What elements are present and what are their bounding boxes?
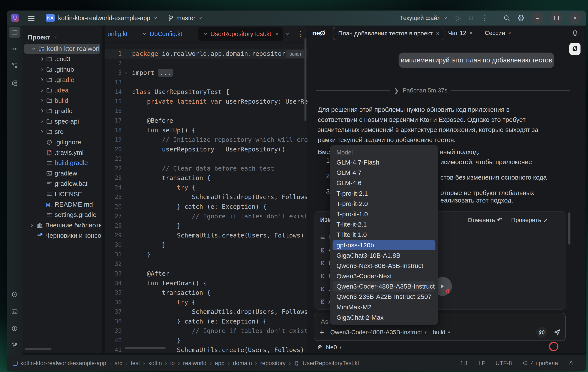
main-menu-button[interactable] <box>28 16 34 22</box>
code-line-31[interactable]: 31 } <box>105 250 307 259</box>
model-option-t-lite-it-2.1[interactable]: T-lite-it-2.1 <box>330 219 438 230</box>
close-tab-icon[interactable]: × <box>436 31 439 37</box>
tree-item-.gitignore[interactable]: .gitignore <box>22 137 101 147</box>
code-line-34[interactable]: 34 fun tearDown() { <box>105 278 307 288</box>
chevron-closed-icon[interactable] <box>40 67 45 72</box>
chat-tab-plan[interactable]: План добавления тестов в проект × <box>333 27 444 40</box>
chevron-closed-icon[interactable] <box>40 77 45 82</box>
model-option-glm-4.7-flash[interactable]: GLM-4.7-Flash <box>330 157 438 168</box>
code-line-33[interactable]: 33 @After <box>105 269 307 278</box>
code-line-22[interactable]: 22 // Clear data before each test <box>105 164 307 173</box>
tab-userrepositorytest-kt[interactable]: UserRepositoryTest.kt × <box>199 27 283 41</box>
run-button[interactable]: ▷ <box>455 13 461 22</box>
breadcrumb-item[interactable]: domain <box>233 360 252 367</box>
breadcrumb-item[interactable]: io <box>170 360 175 367</box>
model-option-t-pro-it-2.0[interactable]: T-pro-it-2.0 <box>330 199 438 209</box>
model-option-glm-4.7[interactable]: GLM-4.7 <box>330 168 438 178</box>
close-tab-icon[interactable]: × <box>275 31 278 37</box>
hint-chip[interactable]: выкл <box>286 50 304 58</box>
breadcrumb-item[interactable]: kotlin-ktor-realworld-example-app <box>20 360 106 367</box>
tab-options-icon[interactable]: ⋮ <box>297 25 304 42</box>
tree-item-.github[interactable]: .github <box>22 65 101 75</box>
code-line-3[interactable]: 3›import ... <box>105 68 307 78</box>
send-icon[interactable] <box>553 328 561 336</box>
code-line-38[interactable]: 38 } catch (e: Exception) { <box>105 317 307 326</box>
close-tab-icon[interactable]: × <box>508 30 511 36</box>
line-ending[interactable]: LF <box>479 360 485 367</box>
code-line-17[interactable]: 17 @Before <box>105 116 307 125</box>
chevron-closed-icon[interactable] <box>40 129 45 134</box>
pull-request-tool-icon[interactable] <box>9 60 20 71</box>
project-panel-header[interactable]: Проект <box>28 34 58 41</box>
structure-tool-icon[interactable] <box>9 78 20 89</box>
breadcrumb-file[interactable]: UserRepositoryTest.kt <box>303 360 359 367</box>
code-line-19[interactable]: 19 // Initialize repository which will c… <box>105 135 307 145</box>
model-option-t-lite-it-1.0[interactable]: T-lite-it-1.0 <box>330 230 438 240</box>
model-selector[interactable]: Qwen3-Coder-480B-A35B-Instruct ▾ <box>330 329 427 336</box>
tab-list-chevron-icon[interactable] <box>285 25 290 42</box>
code-line-29[interactable]: 29 SchemaUtils.create(Users, Follows) <box>105 231 307 240</box>
tree-item-.travis.yml[interactable]: y.travis.yml <box>22 148 101 157</box>
code-line-16[interactable]: 16 <box>105 106 307 116</box>
tree-item-gradlew[interactable]: gradlew <box>22 168 101 178</box>
cancel-button[interactable]: Отменить ↶ <box>468 215 503 225</box>
tree-item-gradle[interactable]: gradle <box>22 106 101 116</box>
code-line-21[interactable]: 21 <box>105 154 307 164</box>
more-actions-button[interactable]: ⋮ <box>481 14 489 22</box>
code-line-14[interactable]: 14class UserRepositoryTest { <box>105 87 307 97</box>
commit-tool-icon[interactable] <box>9 43 20 55</box>
git-tool-icon[interactable] <box>9 339 20 351</box>
tree-item-license[interactable]: LICENSE <box>22 189 101 199</box>
model-option-qwen3-next-80b-a3b-instruct[interactable]: Qwen3-Next-80B-A3B-Instruct <box>330 261 438 271</box>
code-line-37[interactable]: 37 SchemaUtils.drop(Users, Follows) <box>105 307 307 317</box>
chat-tab-chat12[interactable]: Чат 12 × <box>448 27 472 39</box>
tree-item-черновики-и-консоли[interactable]: Черновики и консоли <box>22 231 101 241</box>
tree-item-src[interactable]: src <box>22 127 101 137</box>
code-line-27[interactable]: 27 // Ignore if tables don't exist <box>105 211 307 221</box>
mode-selector[interactable]: build ▾ <box>433 329 450 336</box>
model-option-t-pro-it-2.1[interactable]: T-pro-it-2.1 <box>330 188 438 199</box>
more-tools-icon[interactable]: ⋯ <box>9 93 20 104</box>
tree-item-.gradle[interactable]: .gradle <box>22 75 101 85</box>
tree-item-.cod3[interactable]: .cod3 <box>22 54 101 64</box>
fold-arrow-icon[interactable]: › <box>124 68 128 78</box>
code-line-18[interactable]: 18 fun setUp() { <box>105 125 307 135</box>
chevron-closed-icon[interactable] <box>40 98 45 103</box>
code-line-28[interactable]: 28 } <box>105 221 307 231</box>
close-tab-icon[interactable]: × <box>469 30 472 36</box>
code-line-40[interactable]: 40 } <box>105 336 307 345</box>
breadcrumb-item[interactable]: src <box>115 360 122 367</box>
breadcrumb-item[interactable]: repository <box>260 360 286 367</box>
horizontal-scrollbar[interactable] <box>125 347 166 349</box>
code-line-35[interactable]: 35 transaction { <box>105 288 307 297</box>
breadcrumb-item[interactable]: test <box>131 360 140 367</box>
project-tool-icon[interactable] <box>9 27 20 38</box>
model-option-minimax-m2[interactable]: MiniMax-M2 <box>330 302 438 312</box>
tree-item-build.gradle[interactable]: build.gradle <box>22 158 101 168</box>
worked-divider[interactable]: ❯ Работал 5m 37s <box>316 87 570 94</box>
code-line-20[interactable]: 20 userRepository = UserRepository() <box>105 145 307 154</box>
code-line-30[interactable]: 30 } <box>105 240 307 250</box>
tree-item-settings.gradle[interactable]: settings.gradle <box>22 210 101 220</box>
minimize-button[interactable]: – <box>531 12 543 24</box>
model-option-qwen3-coder-next[interactable]: Qwen3-Coder-Next <box>330 271 438 281</box>
chevron-closed-icon[interactable] <box>40 108 45 113</box>
breadcrumb-item[interactable]: app <box>215 360 225 367</box>
breadcrumbs[interactable]: kotlin-ktor-realworld-example-app›src›te… <box>13 355 359 371</box>
chevron-closed-icon[interactable] <box>40 56 45 62</box>
terminal-tool-icon[interactable] <box>9 306 20 317</box>
mention-button[interactable]: @ <box>536 327 547 338</box>
code-area[interactable]: 1package io.realworld.app.domain.reposit… <box>105 49 307 353</box>
model-option-gigachat-2-max[interactable]: GigaChat-2-Max <box>330 312 438 323</box>
model-option-gigachat3-10b-a1.8b[interactable]: GigaChat3-10B-A1.8B <box>330 250 438 261</box>
tree-item-gradlew.bat[interactable]: gradlew.bat <box>22 179 101 189</box>
run-configuration-selector[interactable]: Текущий файл <box>400 15 448 22</box>
check-button[interactable]: Проверить ↗ <box>511 215 548 225</box>
tab-config-kt[interactable]: onfig.kt <box>108 25 128 42</box>
neo-floating-button[interactable]: Ø <box>569 43 580 55</box>
model-option-gpt-oss-120b[interactable]: gpt-oss-120b <box>333 240 435 250</box>
tree-item-kotlin-ktor-realworld-example-app[interactable]: kotlin-ktor-realworld-example-app <box>24 44 100 54</box>
breadcrumb-item[interactable]: realworld <box>183 360 207 367</box>
tree-item-.idea[interactable]: .idea <box>22 85 101 95</box>
chevron-closed-icon[interactable] <box>40 88 45 93</box>
